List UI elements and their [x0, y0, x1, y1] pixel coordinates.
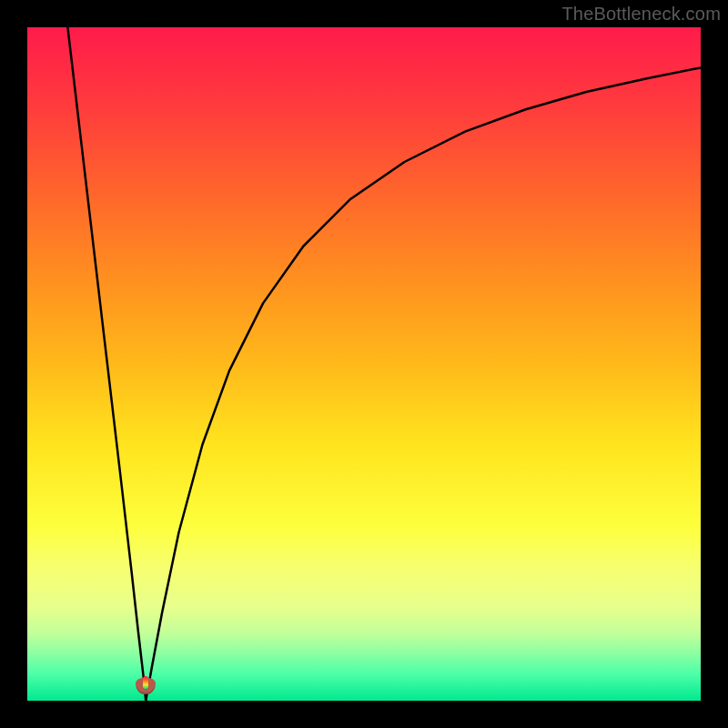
dip-marker: [136, 678, 156, 694]
curve-layer: [27, 27, 701, 701]
watermark-text: TheBottleneck.com: [561, 4, 721, 25]
curve-right-branch: [146, 67, 701, 701]
chart-frame: TheBottleneck.com: [0, 0, 728, 728]
curve-left-branch: [67, 27, 146, 701]
plot-area: [27, 27, 701, 701]
